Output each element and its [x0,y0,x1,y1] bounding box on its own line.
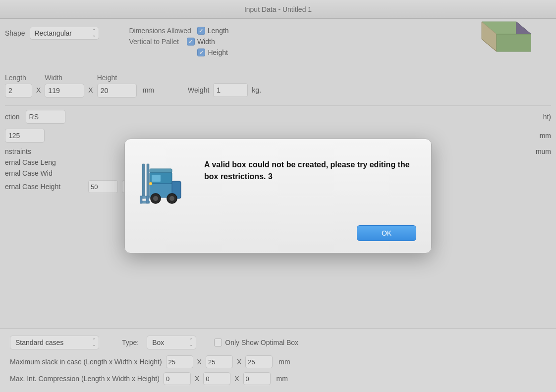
modal-footer: OK [140,225,416,241]
svg-rect-18 [140,196,142,203]
svg-point-13 [169,196,174,201]
modal-overlay: A valid box could not be created, please… [0,0,556,392]
modal-dialog: A valid box could not be created, please… [124,139,432,253]
forklift-icon [140,154,189,213]
svg-rect-14 [142,164,145,198]
svg-point-11 [153,196,158,201]
svg-point-20 [149,182,152,185]
ok-button[interactable]: OK [357,225,416,241]
modal-body: A valid box could not be created, please… [140,154,416,213]
svg-rect-5 [150,169,172,173]
svg-rect-19 [146,196,149,203]
svg-rect-15 [147,164,149,198]
modal-message: A valid box could not be created, please… [204,154,416,183]
svg-rect-7 [152,175,161,182]
